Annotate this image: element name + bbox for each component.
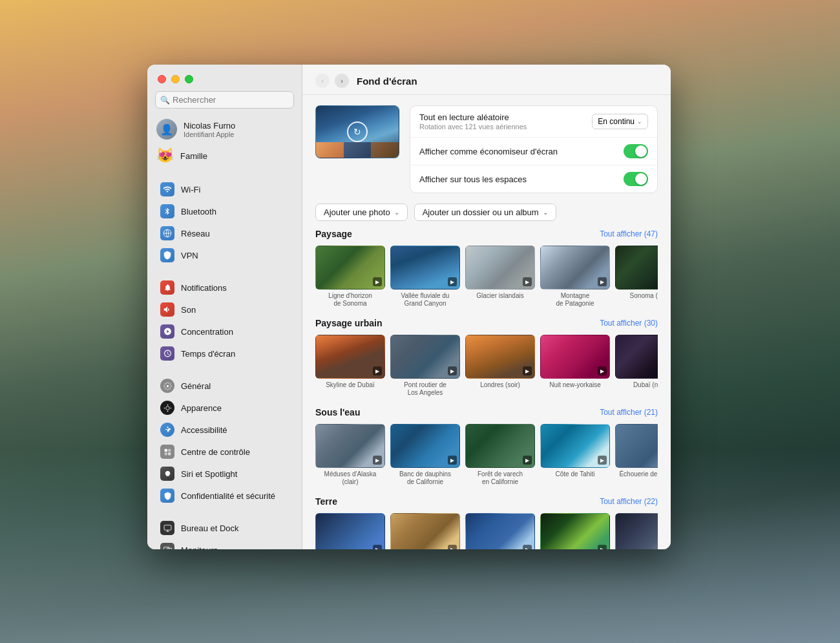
family-emoji: 😻 bbox=[156, 147, 174, 164]
list-item[interactable]: ▶Ligne d'horizon de Sonoma bbox=[315, 246, 385, 308]
all-spaces-toggle[interactable] bbox=[624, 172, 648, 186]
add-photo-button[interactable]: Ajouter une photo ⌄ bbox=[315, 204, 408, 221]
settings-panel: Tout en lecture aléatoire Rotation avec … bbox=[410, 105, 658, 193]
svg-point-3 bbox=[167, 404, 168, 405]
sidebar-item-privacy[interactable]: Confidentialité et sécurité bbox=[151, 485, 298, 506]
monitors-icon bbox=[160, 543, 174, 549]
network-icon bbox=[160, 226, 174, 240]
gallery-item-label: Banc de dauphins de Californie bbox=[399, 470, 451, 486]
list-item[interactable]: ▶Glacier islandais bbox=[465, 246, 535, 308]
gallery-thumb: ▶ bbox=[315, 246, 385, 290]
gallery-item-label: Ligne d'horizon de Sonoma bbox=[328, 292, 372, 308]
gallery-thumb: ▶ bbox=[465, 335, 535, 379]
gallery-section-terre: TerreTout afficher (22)▶▶▶▶ bbox=[302, 496, 671, 549]
list-item[interactable]: ▶Skyline de Dubaï bbox=[315, 335, 385, 397]
sidebar-item-accessibility[interactable]: Accessibilité bbox=[151, 419, 298, 440]
general-label: Général bbox=[181, 381, 211, 391]
video-badge: ▶ bbox=[373, 277, 382, 286]
gallery-item-label: Forêt de varech en Californie bbox=[478, 470, 523, 486]
list-item[interactable]: ▶Pont routier de Los Angeles bbox=[390, 335, 460, 397]
video-badge: ▶ bbox=[598, 277, 607, 286]
profile-item[interactable]: 👤 Nicolas Furno Identifiant Apple bbox=[147, 115, 302, 143]
sidebar-item-sound[interactable]: Son bbox=[151, 299, 298, 320]
wifi-icon bbox=[160, 182, 174, 196]
forward-button[interactable]: › bbox=[335, 74, 349, 88]
list-item[interactable]: ▶Vallée fluviale du Grand Canyon bbox=[390, 246, 460, 308]
gallery-item-label: Dubaï (nuit) bbox=[633, 381, 658, 389]
sidebar-item-control-center[interactable]: Centre de contrôle bbox=[151, 441, 298, 462]
list-item[interactable]: ▶Banc de dauphins de Californie bbox=[390, 424, 460, 486]
list-item[interactable]: ▶ bbox=[315, 513, 385, 549]
list-item[interactable]: ▶ bbox=[390, 513, 460, 549]
fullscreen-button[interactable] bbox=[185, 75, 193, 83]
sidebar-item-network[interactable]: Réseau bbox=[151, 223, 298, 244]
sidebar-item-appearance[interactable]: Apparence bbox=[151, 397, 298, 418]
close-button[interactable] bbox=[158, 75, 166, 83]
sidebar-item-notifications[interactable]: Notifications bbox=[151, 277, 298, 298]
chevron-down-icon: ⌄ bbox=[637, 118, 642, 125]
list-item[interactable]: ▶Échouerie de phoque bbox=[615, 424, 658, 486]
show-all-paysage-urbain[interactable]: Tout afficher (30) bbox=[600, 319, 658, 328]
svg-point-1 bbox=[166, 385, 168, 386]
video-badge: ▶ bbox=[523, 545, 532, 549]
sidebar-item-screen-time[interactable]: Temps d'écran bbox=[151, 343, 298, 364]
sidebar-item-wifi[interactable]: Wi-Fi bbox=[151, 179, 298, 200]
video-badge: ▶ bbox=[373, 456, 382, 465]
screensaver-setting: Afficher comme économiseur d'écran bbox=[410, 138, 657, 165]
list-item[interactable]: ▶Côte de Tahiti bbox=[540, 424, 610, 486]
sidebar-item-desktop[interactable]: Bureau et Dock bbox=[151, 518, 298, 538]
gallery-thumb: ▶ bbox=[315, 335, 385, 379]
sidebar-item-general[interactable]: Général bbox=[151, 375, 298, 396]
privacy-label: Confidentialité et sécurité bbox=[181, 491, 275, 501]
appearance-label: Apparence bbox=[181, 403, 222, 413]
show-all-sous-leau[interactable]: Tout afficher (21) bbox=[600, 408, 658, 417]
video-badge: ▶ bbox=[598, 366, 607, 375]
list-item[interactable]: ▶Dubaï (nuit) bbox=[615, 335, 658, 397]
family-item[interactable]: 😻 Famille bbox=[147, 143, 302, 168]
sidebar-item-monitors[interactable]: Moniteurs bbox=[151, 540, 298, 549]
list-item[interactable] bbox=[615, 513, 658, 549]
gallery-thumb: ▶ bbox=[540, 335, 610, 379]
back-button[interactable]: ‹ bbox=[315, 74, 330, 88]
top-section: ↻ Tout en lecture aléatoire Rotation ave… bbox=[302, 95, 671, 204]
traffic-lights bbox=[147, 65, 302, 91]
svg-point-7 bbox=[167, 427, 168, 428]
sidebar-item-focus[interactable]: Concentration bbox=[151, 321, 298, 342]
rotation-mode-dropdown[interactable]: En continu ⌄ bbox=[592, 114, 648, 129]
gallery-item-label: Londres (soir) bbox=[480, 381, 520, 389]
search-input[interactable] bbox=[155, 91, 294, 109]
show-all-paysage[interactable]: Tout afficher (47) bbox=[600, 229, 658, 238]
all-spaces-title: Afficher sur tous les espaces bbox=[419, 174, 527, 184]
all-spaces-setting: Afficher sur tous les espaces bbox=[410, 165, 657, 193]
svg-rect-10 bbox=[164, 452, 167, 455]
section-header-paysage: PaysageTout afficher (47) bbox=[315, 229, 658, 239]
list-item[interactable]: ▶Sonoma (soir) bbox=[615, 246, 658, 308]
add-album-button[interactable]: Ajouter un dossier ou un album ⌄ bbox=[414, 204, 556, 221]
list-item[interactable]: ▶Londres (soir) bbox=[465, 335, 535, 397]
gallery-thumb bbox=[615, 513, 658, 549]
list-item[interactable]: ▶Forêt de varech en Californie bbox=[465, 424, 535, 486]
profile-name: Nicolas Furno bbox=[184, 121, 235, 131]
wifi-label: Wi-Fi bbox=[181, 185, 200, 195]
screensaver-toggle[interactable] bbox=[624, 144, 648, 158]
forward-icon: › bbox=[341, 77, 343, 85]
sidebar-item-vpn[interactable]: VPN bbox=[151, 245, 298, 266]
minimize-button[interactable] bbox=[171, 75, 180, 83]
video-badge: ▶ bbox=[523, 366, 532, 375]
svg-point-2 bbox=[165, 406, 169, 409]
section-title-terre: Terre bbox=[315, 496, 337, 507]
list-item[interactable]: ▶Nuit new-yorkaise bbox=[540, 335, 610, 397]
video-badge: ▶ bbox=[373, 545, 382, 549]
list-item[interactable]: ▶Montagne de Patagonie bbox=[540, 246, 610, 308]
sidebar-item-siri[interactable]: Siri et Spotlight bbox=[151, 463, 298, 484]
svg-rect-11 bbox=[168, 452, 171, 455]
list-item[interactable]: ▶ bbox=[465, 513, 535, 549]
show-all-terre[interactable]: Tout afficher (22) bbox=[600, 497, 658, 506]
bluetooth-icon bbox=[160, 204, 174, 218]
list-item[interactable]: ▶ bbox=[540, 513, 610, 549]
list-item[interactable]: ▶Méduses d'Alaska (clair) bbox=[315, 424, 385, 486]
sidebar-item-bluetooth[interactable]: Bluetooth bbox=[151, 201, 298, 222]
bluetooth-label: Bluetooth bbox=[181, 207, 216, 216]
gallery-thumb: ▶ bbox=[540, 424, 610, 468]
gallery-item-label: Montagne de Patagonie bbox=[556, 292, 594, 308]
